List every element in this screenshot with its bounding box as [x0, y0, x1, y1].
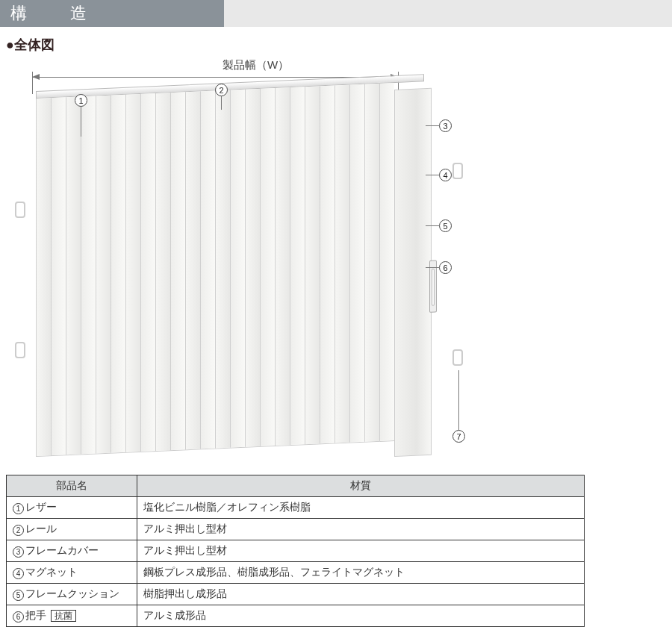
magnet-plate-icon	[15, 342, 25, 358]
callout-3: 3	[439, 119, 452, 132]
callout-number: 1	[75, 94, 87, 107]
part-name-cell: 4マグネット	[7, 562, 137, 584]
part-material-cell: 塩化ビニル樹脂／オレフィン系樹脂	[137, 497, 585, 519]
callout-number: 3	[439, 119, 452, 132]
section-title: 構 造	[0, 0, 224, 27]
part-name-cell: 2レール	[7, 519, 137, 540]
part-material-cell: 鋼板プレス成形品、樹脂成形品、フェライトマグネット	[137, 562, 585, 584]
callout-4: 4	[439, 169, 452, 181]
callout-number: 7	[452, 430, 465, 443]
width-dimension-label: 製品幅（W）	[223, 58, 289, 72]
antibacterial-tag: 抗菌	[51, 610, 76, 622]
callout-1: 1	[75, 94, 87, 107]
callout-number: 6	[439, 261, 452, 274]
part-name-cell: 3フレームカバー	[7, 540, 137, 562]
table-row: 3フレームカバー アルミ押出し型材	[7, 540, 585, 562]
part-material-cell: アルミ押出し型材	[137, 540, 585, 562]
parts-table: 部品名 材質 1レザー 塩化ビニル樹脂／オレフィン系樹脂 2レール アルミ押出し…	[6, 475, 585, 627]
part-name-cell: 1レザー	[7, 497, 137, 519]
dim-arrow-left-icon	[32, 74, 40, 80]
section-title-bar: 構 造	[0, 0, 672, 27]
table-row: 1レザー 塩化ビニル樹脂／オレフィン系樹脂	[7, 497, 585, 519]
callout-7: 7	[452, 430, 465, 443]
door-frame-right	[394, 88, 432, 457]
subsection-title: ●全体図	[0, 33, 672, 58]
callout-5: 5	[439, 219, 452, 232]
table-row: 5フレームクッション 樹脂押出し成形品	[7, 584, 585, 605]
part-material-cell: 樹脂押出し成形品	[137, 584, 585, 605]
table-header-row: 部品名 材質	[7, 475, 585, 497]
col-header-name: 部品名	[7, 475, 137, 497]
part-name-cell: 5フレームクッション	[7, 584, 137, 605]
door-pleats	[36, 83, 394, 457]
magnet-plate-icon	[15, 202, 25, 218]
door-handle	[429, 261, 437, 313]
part-name-cell: 6把手 抗菌	[7, 605, 137, 627]
part-material-cell: アルミ成形品	[137, 605, 585, 627]
callout-6: 6	[439, 261, 452, 274]
table-row: 6把手 抗菌 アルミ成形品	[7, 605, 585, 627]
callout-number: 4	[439, 169, 452, 181]
dim-tick-left	[32, 72, 33, 94]
section-title-spacer	[224, 0, 672, 27]
accordion-door-illustration	[36, 88, 424, 461]
callout-number: 5	[439, 219, 452, 232]
col-header-material: 材質	[137, 475, 585, 497]
table-row: 2レール アルミ押出し型材	[7, 519, 585, 540]
table-row: 4マグネット 鋼板プレス成形品、樹脂成形品、フェライトマグネット	[7, 562, 585, 584]
magnet-plate-icon	[452, 349, 463, 366]
callout-number: 2	[215, 84, 228, 96]
overview-diagram: 製品幅（W） 1	[6, 58, 648, 469]
part-material-cell: アルミ押出し型材	[137, 519, 585, 540]
callout-2: 2	[215, 84, 228, 96]
magnet-plate-icon	[452, 163, 463, 179]
